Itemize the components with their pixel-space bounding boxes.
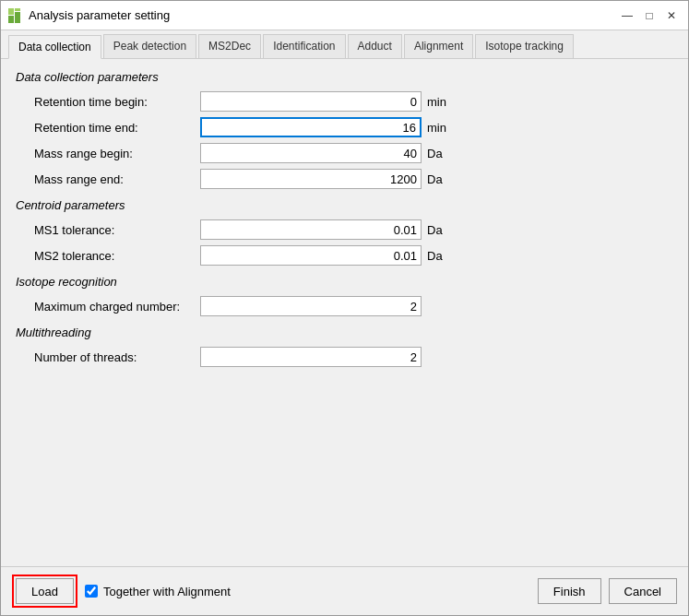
retention-time-end-input[interactable] [200, 117, 422, 137]
mass-range-end-input[interactable] [200, 169, 422, 189]
svg-rect-1 [8, 8, 14, 15]
max-charged-row: Maximum charged number: [16, 296, 673, 316]
footer-right-buttons: Finish Cancel [538, 578, 677, 604]
mass-range-begin-input[interactable] [200, 143, 422, 163]
ms2-tolerance-input[interactable] [200, 245, 422, 266]
mass-range-end-row: Mass range end: Da [16, 169, 673, 189]
svg-rect-3 [15, 8, 20, 11]
window-title: Analysis parameter setting [29, 8, 612, 22]
ms2-tolerance-row: MS2 tolerance: Da [16, 245, 673, 266]
tab-isotope-tracking[interactable]: Isotope tracking [475, 34, 574, 58]
tab-alignment[interactable]: Alignment [404, 34, 473, 58]
num-threads-row: Number of threads: [16, 347, 673, 367]
ms1-tolerance-row: MS1 tolerance: Da [16, 219, 673, 240]
window-controls: — □ ✕ [618, 6, 681, 25]
maximize-button[interactable]: □ [640, 6, 659, 25]
mass-range-begin-unit: Da [427, 147, 455, 160]
retention-time-begin-input[interactable] [200, 91, 422, 112]
num-threads-label: Number of threads: [34, 350, 200, 364]
mass-range-begin-row: Mass range begin: Da [16, 143, 673, 163]
together-with-alignment-label[interactable]: Together with Alignment [85, 585, 530, 598]
retention-time-begin-unit: min [427, 95, 455, 109]
retention-time-end-unit: min [427, 121, 455, 135]
mass-range-begin-label: Mass range begin: [34, 147, 200, 160]
together-with-alignment-text: Together with Alignment [103, 585, 231, 598]
main-window: Analysis parameter setting — □ ✕ Data co… [0, 0, 689, 616]
max-charged-input[interactable] [200, 296, 422, 316]
data-collection-section-title: Data collection parameters [16, 70, 673, 84]
tabs-bar: Data collection Peak detection MS2Dec Id… [1, 30, 688, 59]
load-button-wrapper: Load [12, 575, 77, 608]
finish-button[interactable]: Finish [538, 578, 601, 604]
retention-time-end-label: Retention time end: [34, 121, 200, 135]
cancel-button[interactable]: Cancel [609, 578, 677, 604]
together-with-alignment-checkbox[interactable] [85, 585, 98, 598]
centroid-section-title: Centroid parameters [16, 198, 673, 212]
content-area: Data collection parameters Retention tim… [1, 59, 688, 566]
mass-range-end-label: Mass range end: [34, 172, 200, 186]
isotope-section-title: Isotope recognition [16, 275, 673, 289]
ms1-tolerance-unit: Da [427, 223, 455, 237]
multithreading-section-title: Multithreading [16, 326, 673, 339]
max-charged-label: Maximum charged number: [34, 300, 200, 314]
load-button[interactable]: Load [16, 578, 74, 604]
mass-range-end-unit: Da [427, 172, 455, 186]
footer: Load Together with Alignment Finish Canc… [1, 566, 688, 615]
tab-ms2dec[interactable]: MS2Dec [198, 34, 261, 58]
svg-rect-2 [15, 12, 20, 23]
retention-time-begin-row: Retention time begin: min [16, 91, 673, 112]
tab-identification[interactable]: Identification [263, 34, 345, 58]
ms1-tolerance-input[interactable] [200, 219, 422, 240]
num-threads-input[interactable] [200, 347, 422, 367]
minimize-button[interactable]: — [618, 6, 636, 25]
close-button[interactable]: ✕ [662, 6, 681, 25]
ms1-tolerance-label: MS1 tolerance: [34, 223, 200, 237]
tab-peak-detection[interactable]: Peak detection [103, 34, 196, 58]
ms2-tolerance-label: MS2 tolerance: [34, 249, 200, 263]
tab-adduct[interactable]: Adduct [348, 34, 402, 58]
ms2-tolerance-unit: Da [427, 249, 455, 263]
title-bar: Analysis parameter setting — □ ✕ [1, 1, 688, 30]
svg-rect-0 [8, 16, 14, 23]
retention-time-begin-label: Retention time begin: [34, 95, 200, 109]
tab-data-collection[interactable]: Data collection [8, 35, 101, 59]
retention-time-end-row: Retention time end: min [16, 117, 673, 137]
app-icon [8, 8, 23, 23]
